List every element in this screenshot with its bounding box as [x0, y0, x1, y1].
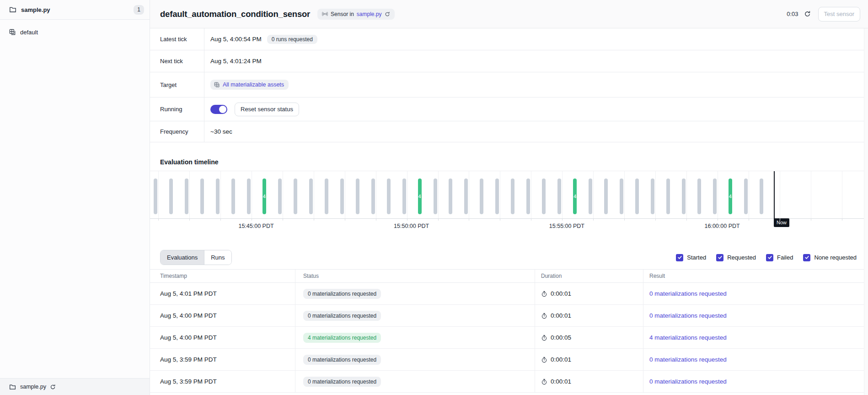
row-result-link[interactable]: 0 materializations requested	[649, 378, 727, 385]
table-row: Aug 5, 3:59 PM PDT 0 materializations re…	[150, 371, 864, 393]
asset-group-icon	[9, 29, 16, 36]
detail-label: Frequency	[150, 121, 204, 142]
timeline-bar[interactable]	[200, 179, 204, 214]
folder-icon	[9, 384, 16, 390]
column-header-duration: Duration	[535, 270, 643, 282]
sidebar: sample.py 1 default sample.py	[0, 0, 150, 395]
timeline-axis-tick	[624, 218, 625, 221]
timeline-bar[interactable]	[356, 179, 359, 214]
tab-evaluations[interactable]: Evaluations	[161, 250, 204, 265]
timeline-bar[interactable]	[682, 179, 686, 214]
timeline-gridline	[593, 171, 594, 218]
timeline-bar[interactable]	[651, 179, 654, 214]
frequency-value: ~30 sec	[210, 128, 232, 135]
timeline-bar[interactable]	[247, 179, 251, 214]
reset-sensor-status-button[interactable]: Reset sensor status	[235, 103, 299, 116]
sensor-file-link[interactable]: sample.py	[357, 11, 382, 17]
sidebar-item-sample-py[interactable]: sample.py 1	[0, 0, 150, 20]
timeline-bar[interactable]	[557, 179, 561, 214]
timeline-bar[interactable]	[697, 179, 701, 214]
evaluation-timeline-chart: Now 444415:45:00 PDT15:50:00 PDT15:55:00…	[150, 171, 864, 230]
timeline-bar[interactable]	[278, 179, 282, 214]
status-filter-checkbox[interactable]: Failed	[766, 254, 793, 261]
timeline-bar-requested[interactable]: 4	[729, 179, 732, 214]
timeline-bar[interactable]	[449, 179, 452, 214]
timeline-axis-tick	[283, 218, 283, 221]
next-tick-value: Aug 5, 4:01:24 PM	[210, 58, 262, 65]
table-header-row: Timestamp Status Duration Result	[150, 270, 864, 283]
row-duration: 0:00:01	[551, 356, 571, 363]
stopwatch-icon	[541, 335, 547, 341]
timeline-bar[interactable]	[713, 179, 717, 214]
timeline-bar[interactable]	[589, 179, 592, 214]
timeline-bar-requested[interactable]: 4	[573, 179, 577, 214]
reload-icon[interactable]	[50, 384, 56, 390]
timeline-bar[interactable]	[480, 179, 483, 214]
now-marker-label: Now	[774, 218, 789, 227]
status-filter-checkbox[interactable]: Requested	[716, 254, 756, 261]
timeline-bar[interactable]	[387, 179, 391, 214]
timeline-bar[interactable]	[340, 179, 344, 214]
status-filter-checkbox[interactable]: Started	[676, 254, 706, 261]
timeline-gridline	[500, 171, 500, 218]
row-result-link[interactable]: 0 materializations requested	[649, 290, 727, 297]
timeline-bar[interactable]	[371, 179, 375, 214]
detail-label: Target	[150, 72, 204, 97]
row-timestamp: Aug 5, 3:59 PM PDT	[160, 378, 217, 385]
timeline-gridline	[655, 171, 656, 218]
timeline-axis-tick	[314, 218, 314, 221]
timeline-bar[interactable]	[744, 179, 748, 214]
timeline-gridline	[811, 171, 811, 218]
timeline-bar-requested[interactable]: 4	[263, 179, 266, 214]
column-header-timestamp: Timestamp	[150, 270, 295, 282]
timeline-bar[interactable]	[542, 179, 546, 214]
timeline-bar[interactable]	[154, 179, 157, 214]
timeline-bar[interactable]	[434, 179, 437, 214]
timeline-axis-label: 15:50:00 PDT	[394, 223, 429, 229]
row-result-link[interactable]: 0 materializations requested	[649, 312, 727, 319]
timeline-bar[interactable]	[760, 179, 763, 214]
timeline-axis	[150, 218, 864, 219]
timeline-bar[interactable]	[402, 179, 406, 214]
timeline-bar[interactable]	[216, 179, 220, 214]
column-header-result: Result	[643, 270, 864, 282]
row-duration: 0:00:01	[551, 378, 571, 385]
running-toggle[interactable]	[210, 105, 227, 114]
timeline-bar-requested[interactable]: 4	[418, 179, 422, 214]
row-duration: 0:00:01	[551, 312, 571, 319]
timeline-bar[interactable]	[464, 179, 468, 214]
status-filter-checkbox[interactable]: None requested	[803, 254, 857, 261]
timeline-bar[interactable]	[635, 179, 639, 214]
table-row: Aug 5, 4:01 PM PDT 0 materializations re…	[150, 283, 864, 305]
reload-icon[interactable]	[385, 11, 390, 17]
timeline-bar[interactable]	[511, 179, 514, 214]
timeline-bar[interactable]	[526, 179, 530, 214]
timeline-bar[interactable]	[495, 179, 499, 214]
row-result-link[interactable]: 4 materializations requested	[649, 334, 727, 341]
refresh-icon[interactable]	[803, 10, 812, 18]
timeline-bar[interactable]	[604, 179, 608, 214]
timeline-bar[interactable]	[185, 179, 188, 214]
view-tabs: Evaluations Runs	[160, 250, 232, 265]
timeline-bar[interactable]	[666, 179, 670, 214]
timeline-axis-tick	[593, 218, 594, 221]
refresh-countdown: 0:03	[787, 11, 798, 17]
detail-row-frequency: Frequency ~30 sec	[150, 121, 864, 142]
detail-row-latest-tick: Latest tick Aug 5, 4:00:54 PM 0 runs req…	[150, 28, 864, 50]
timeline-bar[interactable]	[169, 179, 173, 214]
timeline-bar[interactable]	[620, 179, 623, 214]
test-sensor-button[interactable]: Test sensor	[818, 7, 860, 22]
scrollbar[interactable]	[864, 28, 868, 395]
timeline-bar[interactable]	[231, 179, 235, 214]
sidebar-item-default[interactable]: default	[0, 24, 150, 40]
timeline-bar[interactable]	[294, 179, 297, 214]
row-result-link[interactable]: 0 materializations requested	[649, 356, 727, 363]
sidebar-count-badge: 1	[134, 5, 144, 15]
tab-runs[interactable]: Runs	[204, 250, 231, 265]
timeline-axis-tick	[718, 218, 718, 221]
timeline-bar[interactable]	[309, 179, 313, 214]
timeline-bar[interactable]	[325, 179, 328, 214]
checkbox-icon	[716, 254, 723, 261]
target-assets-link[interactable]: All materializable assets	[210, 80, 289, 90]
timeline-axis-tick	[438, 218, 439, 221]
